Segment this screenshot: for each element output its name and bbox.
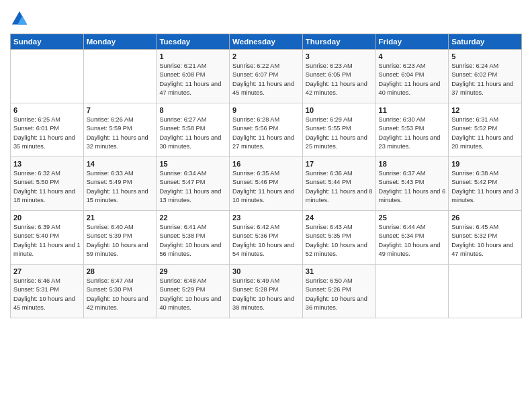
day-info: Sunrise: 6:45 AM Sunset: 5:32 PM Dayligh…	[451, 223, 519, 259]
day-number: 31	[306, 267, 373, 275]
day-info: Sunrise: 6:27 AM Sunset: 5:58 PM Dayligh…	[159, 116, 226, 151]
day-number: 14	[87, 160, 154, 168]
day-number: 25	[379, 214, 446, 222]
day-number: 1	[159, 52, 226, 60]
day-info: Sunrise: 6:40 AM Sunset: 5:39 PM Dayligh…	[87, 223, 154, 259]
day-info: Sunrise: 6:37 AM Sunset: 5:43 PM Dayligh…	[379, 169, 446, 205]
calendar-cell: 22Sunrise: 6:41 AM Sunset: 5:38 PM Dayli…	[157, 211, 230, 265]
calendar-cell: 13Sunrise: 6:32 AM Sunset: 5:50 PM Dayli…	[11, 157, 84, 211]
day-number: 9	[232, 106, 300, 114]
day-info: Sunrise: 6:46 AM Sunset: 5:31 PM Dayligh…	[13, 277, 81, 312]
day-info: Sunrise: 6:39 AM Sunset: 5:40 PM Dayligh…	[13, 223, 81, 259]
day-number: 23	[232, 214, 300, 222]
day-info: Sunrise: 6:38 AM Sunset: 5:42 PM Dayligh…	[451, 169, 519, 205]
calendar-cell	[83, 50, 157, 103]
week-row-1: 1Sunrise: 6:21 AM Sunset: 6:08 PM Daylig…	[11, 50, 522, 103]
calendar-cell: 24Sunrise: 6:43 AM Sunset: 5:35 PM Dayli…	[302, 211, 375, 265]
day-number: 18	[379, 160, 446, 168]
week-row-3: 13Sunrise: 6:32 AM Sunset: 5:50 PM Dayli…	[11, 157, 522, 211]
week-row-4: 20Sunrise: 6:39 AM Sunset: 5:40 PM Dayli…	[11, 211, 522, 265]
calendar-cell: 2Sunrise: 6:22 AM Sunset: 6:07 PM Daylig…	[230, 50, 303, 103]
day-number: 5	[451, 52, 519, 60]
day-number: 22	[159, 214, 226, 222]
day-number: 10	[306, 106, 373, 114]
calendar-cell: 20Sunrise: 6:39 AM Sunset: 5:40 PM Dayli…	[11, 211, 84, 265]
day-number: 7	[87, 106, 154, 114]
day-info: Sunrise: 6:36 AM Sunset: 5:44 PM Dayligh…	[306, 169, 373, 205]
day-info: Sunrise: 6:50 AM Sunset: 5:26 PM Dayligh…	[306, 277, 373, 312]
column-header-thursday: Thursday	[302, 34, 375, 50]
calendar-cell: 18Sunrise: 6:37 AM Sunset: 5:43 PM Dayli…	[375, 157, 449, 211]
day-info: Sunrise: 6:41 AM Sunset: 5:38 PM Dayligh…	[159, 223, 226, 259]
day-info: Sunrise: 6:24 AM Sunset: 6:02 PM Dayligh…	[451, 62, 519, 97]
calendar-cell: 5Sunrise: 6:24 AM Sunset: 6:02 PM Daylig…	[449, 50, 522, 103]
day-info: Sunrise: 6:30 AM Sunset: 5:53 PM Dayligh…	[379, 116, 446, 151]
day-info: Sunrise: 6:31 AM Sunset: 5:52 PM Dayligh…	[451, 116, 519, 151]
column-header-saturday: Saturday	[449, 34, 522, 50]
day-number: 21	[87, 214, 154, 222]
calendar-cell: 25Sunrise: 6:44 AM Sunset: 5:34 PM Dayli…	[375, 211, 449, 265]
day-info: Sunrise: 6:22 AM Sunset: 6:07 PM Dayligh…	[232, 62, 300, 97]
calendar-cell: 27Sunrise: 6:46 AM Sunset: 5:31 PM Dayli…	[11, 265, 84, 318]
day-number: 6	[13, 106, 81, 114]
header	[10, 7, 522, 28]
day-number: 8	[159, 106, 226, 114]
calendar-cell	[375, 265, 449, 318]
day-info: Sunrise: 6:43 AM Sunset: 5:35 PM Dayligh…	[306, 223, 373, 259]
day-info: Sunrise: 6:42 AM Sunset: 5:36 PM Dayligh…	[232, 223, 300, 259]
calendar-cell: 10Sunrise: 6:29 AM Sunset: 5:55 PM Dayli…	[302, 103, 375, 157]
day-number: 27	[13, 267, 81, 275]
calendar-cell: 21Sunrise: 6:40 AM Sunset: 5:39 PM Dayli…	[83, 211, 157, 265]
column-header-sunday: Sunday	[11, 34, 84, 50]
day-info: Sunrise: 6:47 AM Sunset: 5:30 PM Dayligh…	[87, 277, 154, 312]
day-number: 11	[379, 106, 446, 114]
day-number: 24	[306, 214, 373, 222]
logo-icon	[10, 9, 29, 28]
day-number: 13	[13, 160, 81, 168]
calendar-cell	[449, 265, 522, 318]
calendar-page: SundayMondayTuesdayWednesdayThursdayFrid…	[0, 0, 532, 411]
week-row-2: 6Sunrise: 6:25 AM Sunset: 6:01 PM Daylig…	[11, 103, 522, 157]
day-info: Sunrise: 6:23 AM Sunset: 6:04 PM Dayligh…	[379, 62, 446, 97]
calendar-cell: 8Sunrise: 6:27 AM Sunset: 5:58 PM Daylig…	[157, 103, 230, 157]
header-row: SundayMondayTuesdayWednesdayThursdayFrid…	[11, 34, 522, 50]
day-number: 28	[87, 267, 154, 275]
calendar-cell: 17Sunrise: 6:36 AM Sunset: 5:44 PM Dayli…	[302, 157, 375, 211]
day-number: 19	[451, 160, 519, 168]
day-number: 30	[232, 267, 300, 275]
day-info: Sunrise: 6:25 AM Sunset: 6:01 PM Dayligh…	[13, 116, 81, 151]
calendar-table: SundayMondayTuesdayWednesdayThursdayFrid…	[10, 34, 522, 318]
day-number: 16	[232, 160, 300, 168]
calendar-cell: 16Sunrise: 6:35 AM Sunset: 5:46 PM Dayli…	[230, 157, 303, 211]
day-number: 17	[306, 160, 373, 168]
calendar-cell: 6Sunrise: 6:25 AM Sunset: 6:01 PM Daylig…	[11, 103, 84, 157]
day-number: 2	[232, 52, 300, 60]
day-info: Sunrise: 6:32 AM Sunset: 5:50 PM Dayligh…	[13, 169, 81, 205]
calendar-cell: 14Sunrise: 6:33 AM Sunset: 5:49 PM Dayli…	[83, 157, 157, 211]
day-info: Sunrise: 6:28 AM Sunset: 5:56 PM Dayligh…	[232, 116, 300, 151]
day-info: Sunrise: 6:33 AM Sunset: 5:49 PM Dayligh…	[87, 169, 154, 205]
day-info: Sunrise: 6:49 AM Sunset: 5:28 PM Dayligh…	[232, 277, 300, 312]
calendar-cell: 19Sunrise: 6:38 AM Sunset: 5:42 PM Dayli…	[449, 157, 522, 211]
column-header-wednesday: Wednesday	[230, 34, 303, 50]
day-info: Sunrise: 6:26 AM Sunset: 5:59 PM Dayligh…	[87, 116, 154, 151]
column-header-monday: Monday	[83, 34, 157, 50]
calendar-cell: 30Sunrise: 6:49 AM Sunset: 5:28 PM Dayli…	[230, 265, 303, 318]
day-info: Sunrise: 6:48 AM Sunset: 5:29 PM Dayligh…	[159, 277, 226, 312]
calendar-cell	[11, 50, 84, 103]
calendar-cell: 11Sunrise: 6:30 AM Sunset: 5:53 PM Dayli…	[375, 103, 449, 157]
logo	[10, 9, 31, 28]
calendar-cell: 1Sunrise: 6:21 AM Sunset: 6:08 PM Daylig…	[157, 50, 230, 103]
day-number: 26	[451, 214, 519, 222]
day-number: 4	[379, 52, 446, 60]
calendar-cell: 28Sunrise: 6:47 AM Sunset: 5:30 PM Dayli…	[83, 265, 157, 318]
week-row-5: 27Sunrise: 6:46 AM Sunset: 5:31 PM Dayli…	[11, 265, 522, 318]
calendar-cell: 7Sunrise: 6:26 AM Sunset: 5:59 PM Daylig…	[83, 103, 157, 157]
day-info: Sunrise: 6:23 AM Sunset: 6:05 PM Dayligh…	[306, 62, 373, 97]
calendar-cell: 29Sunrise: 6:48 AM Sunset: 5:29 PM Dayli…	[157, 265, 230, 318]
column-header-tuesday: Tuesday	[157, 34, 230, 50]
calendar-cell: 26Sunrise: 6:45 AM Sunset: 5:32 PM Dayli…	[449, 211, 522, 265]
day-info: Sunrise: 6:34 AM Sunset: 5:47 PM Dayligh…	[159, 169, 226, 205]
calendar-cell: 9Sunrise: 6:28 AM Sunset: 5:56 PM Daylig…	[230, 103, 303, 157]
day-info: Sunrise: 6:35 AM Sunset: 5:46 PM Dayligh…	[232, 169, 300, 205]
